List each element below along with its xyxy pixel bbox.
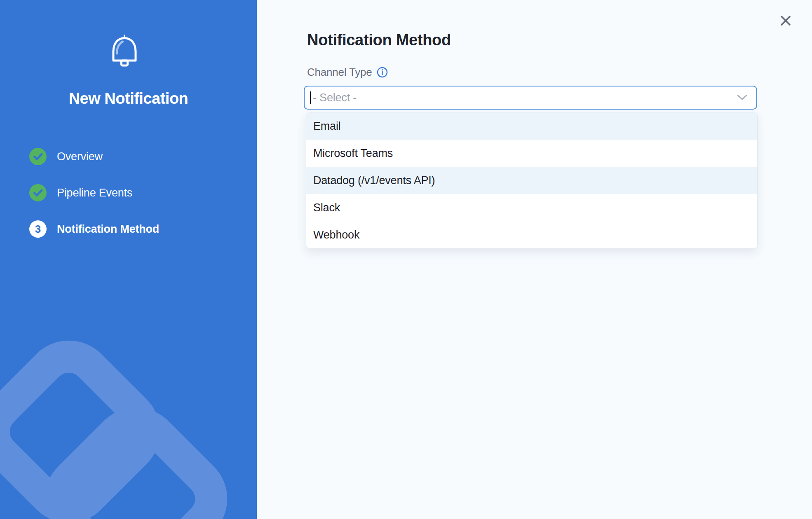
notification-method-panel: Notification Method Channel Type - Selec… xyxy=(257,0,812,519)
step-done-badge xyxy=(29,148,47,165)
logo-watermark xyxy=(0,0,257,519)
check-icon xyxy=(29,184,47,201)
bell-icon xyxy=(109,34,140,70)
chevron-down-icon xyxy=(737,95,747,101)
step-overview[interactable]: Overview xyxy=(29,147,159,166)
wizard-title: New Notification xyxy=(0,90,257,108)
channel-type-dropdown: Email Microsoft Teams Datadog (/v1/event… xyxy=(306,112,758,249)
option-webhook[interactable]: Webhook xyxy=(306,221,757,248)
step-number-badge: 3 xyxy=(29,220,47,238)
step-done-badge xyxy=(29,184,47,201)
close-icon xyxy=(780,15,791,26)
text-cursor xyxy=(310,91,311,104)
info-button[interactable] xyxy=(377,67,388,78)
step-notification-method[interactable]: 3 Notification Method xyxy=(29,219,159,239)
wizard-steps: Overview Pipeline Events 3 Notification … xyxy=(29,147,159,255)
step-pipeline-events[interactable]: Pipeline Events xyxy=(29,183,159,203)
option-email[interactable]: Email xyxy=(306,112,757,140)
panel-heading: Notification Method xyxy=(307,31,451,49)
wizard-sidebar: New Notification Overview Pipeline Event… xyxy=(0,0,257,519)
channel-type-field: Channel Type xyxy=(307,66,388,79)
channel-type-label: Channel Type xyxy=(307,66,372,79)
close-button[interactable] xyxy=(777,12,795,30)
step-label: Overview xyxy=(57,150,103,163)
step-label: Notification Method xyxy=(57,223,159,236)
select-placeholder: - Select - xyxy=(313,91,357,104)
option-slack[interactable]: Slack xyxy=(306,194,757,221)
option-microsoft-teams[interactable]: Microsoft Teams xyxy=(306,140,757,167)
check-icon xyxy=(29,148,47,165)
channel-type-select[interactable]: - Select - xyxy=(304,86,757,110)
step-label: Pipeline Events xyxy=(57,187,132,199)
option-datadog[interactable]: Datadog (/v1/events API) xyxy=(306,167,757,194)
info-icon xyxy=(377,67,388,78)
